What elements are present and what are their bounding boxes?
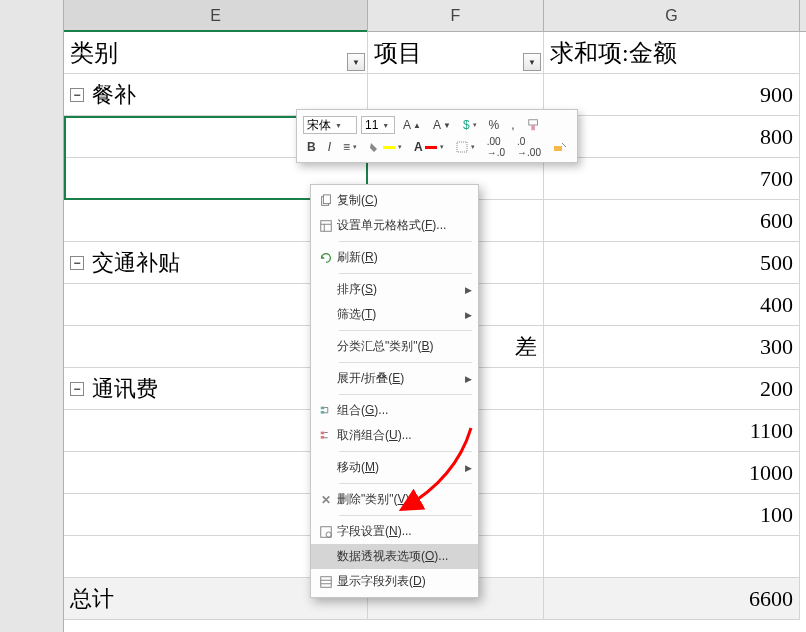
menu-copy[interactable]: 复制(C) <box>311 188 478 213</box>
column-headers: E F G <box>64 0 806 32</box>
mini-toolbar: 宋体▼ 11▼ A▲ A▼ $▾ % , B I ≡▾ ▾ A ▾ ▾ .00→… <box>296 109 578 163</box>
menu-move[interactable]: 移动(M) ▶ <box>311 455 478 480</box>
fill-color-icon[interactable]: ▾ <box>365 139 406 155</box>
cell-amount[interactable]: 400 <box>544 284 800 326</box>
border-icon[interactable]: ▾ <box>452 139 479 155</box>
cell-text: 1100 <box>750 418 793 444</box>
menu-separator <box>339 362 472 363</box>
menu-pivot-options[interactable]: 数据透视表选项(O)... <box>311 544 478 569</box>
cell-amount[interactable]: 700 <box>544 158 800 200</box>
cell-text: 1000 <box>749 460 793 486</box>
cell-text: 900 <box>760 82 793 108</box>
column-header-E[interactable]: E <box>64 0 368 31</box>
comma-format-icon[interactable]: , <box>507 116 518 134</box>
decrease-font-icon[interactable]: A▼ <box>429 116 455 134</box>
font-color-icon[interactable]: A ▾ <box>410 138 448 156</box>
menu-filter[interactable]: 筛选(T) ▶ <box>311 302 478 327</box>
increase-font-icon[interactable]: A▲ <box>399 116 425 134</box>
svg-rect-9 <box>321 406 325 409</box>
pivot-header-row: 类别 ▼ 项目 ▼ 求和项:金额 <box>64 32 806 74</box>
format-painter-icon[interactable] <box>523 116 545 134</box>
format-cells-icon <box>315 219 337 233</box>
align-icon[interactable]: ≡▾ <box>339 138 361 156</box>
menu-label: 组合(G)... <box>337 402 472 419</box>
cell-text: 700 <box>760 166 793 192</box>
menu-label: 复制(C) <box>337 192 472 209</box>
cell-text: 通讯费 <box>92 374 158 404</box>
menu-separator <box>339 483 472 484</box>
menu-label: 删除"类别"(V) <box>337 491 472 508</box>
svg-rect-2 <box>457 142 467 152</box>
copy-icon <box>315 194 337 208</box>
menu-subtotal[interactable]: 分类汇总"类别"(B) <box>311 334 478 359</box>
menu-delete[interactable]: ✕ 删除"类别"(V) <box>311 487 478 512</box>
cell-amount[interactable]: 900 <box>544 74 800 116</box>
menu-format-cells[interactable]: 设置单元格格式(F)... <box>311 213 478 238</box>
cell-amount[interactable]: 200 <box>544 368 800 410</box>
menu-show-field-list[interactable]: 显示字段列表(D) <box>311 569 478 594</box>
increase-decimal-icon[interactable]: .00→.0 <box>483 134 509 160</box>
menu-label: 字段设置(N)... <box>337 523 472 540</box>
header-sum-amount[interactable]: 求和项:金额 <box>544 32 800 74</box>
svg-rect-10 <box>321 411 325 414</box>
cell-text: 差 <box>515 332 537 362</box>
menu-expand-collapse[interactable]: 展开/折叠(E) ▶ <box>311 366 478 391</box>
cell-amount[interactable]: 1000 <box>544 452 800 494</box>
ungroup-icon <box>315 429 337 443</box>
svg-rect-1 <box>531 125 535 130</box>
menu-label: 移动(M) <box>337 459 465 476</box>
font-size-value: 11 <box>365 118 378 132</box>
collapse-icon[interactable]: − <box>70 382 84 396</box>
header-category[interactable]: 类别 ▼ <box>64 32 368 74</box>
submenu-arrow-icon: ▶ <box>465 285 472 295</box>
menu-refresh[interactable]: 刷新(R) <box>311 245 478 270</box>
submenu-arrow-icon: ▶ <box>465 310 472 320</box>
column-header-G[interactable]: G <box>544 0 800 31</box>
svg-rect-3 <box>554 146 562 151</box>
menu-group[interactable]: 组合(G)... <box>311 398 478 423</box>
cell-text: 300 <box>760 334 793 360</box>
svg-point-14 <box>326 532 331 537</box>
menu-field-settings[interactable]: 字段设置(N)... <box>311 519 478 544</box>
cell-amount[interactable]: 500 <box>544 242 800 284</box>
cell-amount[interactable]: 800 <box>544 116 800 158</box>
row-number-gutter <box>0 0 64 632</box>
column-header-F[interactable]: F <box>368 0 544 31</box>
collapse-icon[interactable]: − <box>70 88 84 102</box>
total-amount-cell[interactable]: 6600 <box>544 578 800 620</box>
cell-amount[interactable]: 100 <box>544 494 800 536</box>
menu-label: 显示字段列表(D) <box>337 573 472 590</box>
decrease-decimal-icon[interactable]: .0→.00 <box>513 134 545 160</box>
percent-format-icon[interactable]: % <box>485 116 504 134</box>
font-name-value: 宋体 <box>307 117 331 134</box>
font-size-combo[interactable]: 11▼ <box>361 116 395 134</box>
accounting-format-icon[interactable]: $▾ <box>459 116 481 134</box>
item-dropdown-icon[interactable]: ▼ <box>523 53 541 71</box>
submenu-arrow-icon: ▶ <box>465 463 472 473</box>
group-icon <box>315 404 337 418</box>
cell-text: 100 <box>760 502 793 528</box>
context-menu: 复制(C) 设置单元格格式(F)... 刷新(R) 排序(S) ▶ 筛选(T) … <box>310 184 479 598</box>
refresh-icon <box>315 251 337 265</box>
cell-amount[interactable]: 600 <box>544 200 800 242</box>
menu-label: 数据透视表选项(O)... <box>337 548 472 565</box>
menu-label: 分类汇总"类别"(B) <box>337 338 472 355</box>
cell-text: 400 <box>760 292 793 318</box>
menu-separator <box>339 394 472 395</box>
clear-format-icon[interactable] <box>549 139 571 155</box>
menu-label: 排序(S) <box>337 281 465 298</box>
bold-icon[interactable]: B <box>303 138 320 156</box>
font-name-combo[interactable]: 宋体▼ <box>303 116 357 134</box>
header-item[interactable]: 项目 ▼ <box>368 32 544 74</box>
menu-sort[interactable]: 排序(S) ▶ <box>311 277 478 302</box>
cell-text: 600 <box>760 208 793 234</box>
field-settings-icon <box>315 525 337 539</box>
menu-ungroup[interactable]: 取消组合(U)... <box>311 423 478 448</box>
cell-amount[interactable]: 1100 <box>544 410 800 452</box>
category-dropdown-icon[interactable]: ▼ <box>347 53 365 71</box>
cell-amount[interactable]: 300 <box>544 326 800 368</box>
header-item-label: 项目 <box>374 37 422 69</box>
cell-amount[interactable] <box>544 536 800 578</box>
collapse-icon[interactable]: − <box>70 256 84 270</box>
italic-icon[interactable]: I <box>324 138 335 156</box>
